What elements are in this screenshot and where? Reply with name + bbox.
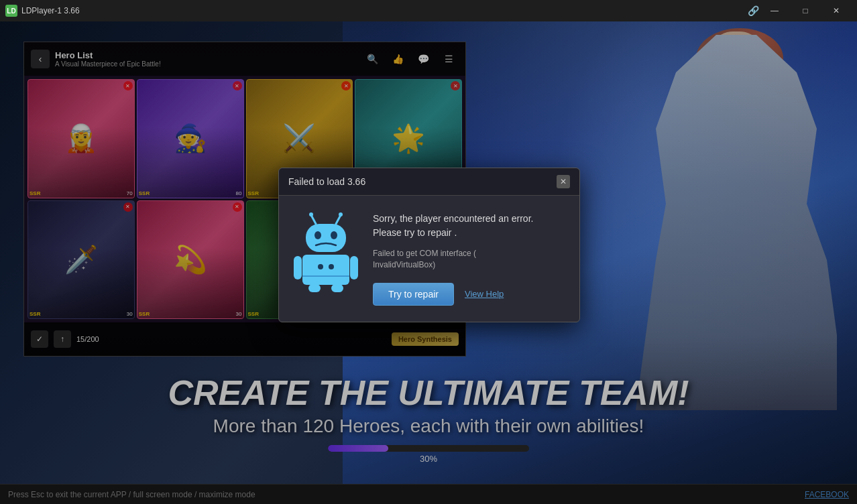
error-dialog: Failed to load 3.66 ✕ [278,168,580,322]
minimize-button[interactable]: — [759,0,790,21]
view-help-link[interactable]: View Help [465,289,504,299]
svg-rect-10 [308,284,321,292]
titlebar: LD LDPlayer-1 3.66 🔗 — □ ✕ [0,0,857,21]
dialog-overlay: Failed to load 3.66 ✕ [0,21,857,504]
android-sad-icon [292,212,359,292]
svg-line-2 [336,215,341,224]
dialog-text: Sorry, the player encountered an error. … [373,212,566,306]
dialog-close-button[interactable]: ✕ [557,175,570,188]
dialog-titlebar: Failed to load 3.66 ✕ [279,168,579,196]
svg-point-12 [318,264,323,269]
svg-point-1 [309,212,313,216]
maximize-button[interactable]: □ [790,0,821,21]
svg-point-5 [315,231,321,239]
link-icon: 🔗 [748,5,759,16]
svg-point-13 [329,264,334,269]
dialog-body: Sorry, the player encountered an error. … [279,196,579,322]
main-content: OVERHIT ‹ Hero List A Visual Masterpiece… [0,21,857,504]
dialog-title: Failed to load 3.66 [288,176,557,187]
window-controls: — □ ✕ [759,0,852,21]
svg-point-3 [339,212,343,216]
app-icon: LD [5,5,17,17]
dialog-error-detail: Failed to get COM interface ( InvalidVir… [373,248,566,271]
app-title: LDPlayer-1 3.66 [21,6,744,15]
close-button[interactable]: ✕ [821,0,852,21]
repair-button[interactable]: Try to repair [373,283,454,306]
dialog-main-message: Sorry, the player encountered an error. … [373,212,566,240]
svg-line-0 [311,215,316,224]
svg-rect-11 [331,284,343,292]
svg-rect-4 [306,224,346,252]
svg-point-6 [331,231,337,239]
svg-rect-9 [350,256,358,279]
svg-rect-8 [294,256,302,279]
svg-rect-7 [302,255,349,285]
dialog-actions: Try to repair View Help [373,283,566,306]
